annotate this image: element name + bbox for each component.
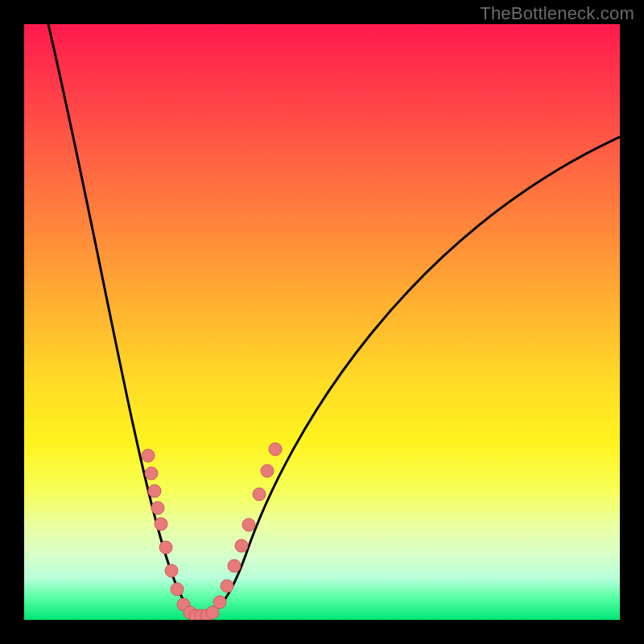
data-point bbox=[228, 559, 241, 572]
bottleneck-curve bbox=[48, 24, 620, 616]
plot-area bbox=[24, 24, 620, 620]
data-point bbox=[145, 467, 158, 480]
data-point bbox=[148, 485, 161, 497]
watermark-text: TheBottleneck.com bbox=[480, 3, 634, 24]
data-point bbox=[269, 443, 282, 456]
data-point bbox=[235, 539, 248, 552]
data-point bbox=[261, 464, 274, 477]
data-point bbox=[151, 502, 164, 514]
data-point bbox=[142, 449, 155, 462]
data-point bbox=[165, 564, 178, 577]
chart-svg bbox=[24, 24, 620, 620]
chart-frame: TheBottleneck.com bbox=[0, 0, 644, 644]
data-point bbox=[155, 518, 167, 530]
marker-group bbox=[142, 443, 282, 620]
data-point bbox=[242, 518, 255, 531]
data-point bbox=[221, 580, 233, 592]
data-point bbox=[171, 583, 184, 596]
data-point bbox=[213, 596, 226, 609]
data-point bbox=[159, 541, 172, 554]
data-point bbox=[253, 488, 266, 501]
